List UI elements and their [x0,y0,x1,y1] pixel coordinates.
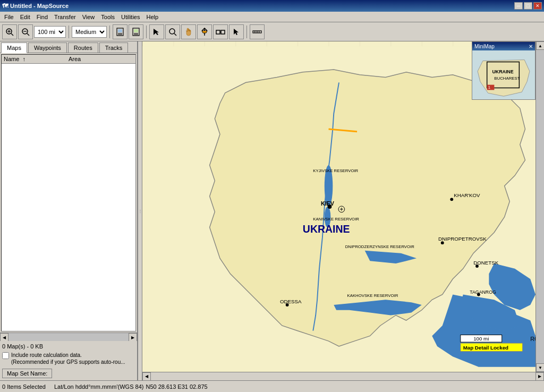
toolbar-separator-4 [246,25,247,38]
vscroll-track[interactable] [536,50,544,363]
svg-line-17 [174,33,176,36]
map-area[interactable]: UKRAINE KIEV KHAR'KOV DNIPROPETROVSK DON… [142,41,536,372]
svg-text:DNIPRODZERZYNSKE RESERVOIR: DNIPRODZERZYNSKE RESERVOIR [345,244,415,249]
minimap-titlebar: MiniMap ✕ [472,42,535,50]
scroll-up-button[interactable]: ▲ [536,41,544,50]
svg-text:RO...: RO... [530,336,536,342]
minimap: MiniMap ✕ UKRAINE BUCHAREST [472,41,536,100]
svg-point-33 [450,198,453,201]
checkbox-text: Include route calculation data.(Recommen… [11,352,125,365]
maximize-button[interactable]: □ [524,2,532,10]
svg-text:BUCHAREST: BUCHAREST [494,76,520,81]
panel-resize-handle[interactable]: ⋮ [138,41,142,380]
svg-text:KIEV: KIEV [321,200,335,207]
menu-transfer[interactable]: Transfer [51,13,79,21]
toolbar: 100 mi 50 mi 200 mi Medium Low High [0,22,544,41]
arrow-tool[interactable] [229,24,244,39]
svg-rect-20 [221,30,225,34]
coord-label: Lat/Lon hddd°mm.mmm'(WGS 84) [54,384,144,390]
svg-text:KANIVSKE RESERVOIR: KANIVSKE RESERVOIR [313,217,359,221]
svg-text:Map Detail Locked: Map Detail Locked [463,345,508,351]
titlebar: 🗺 Untitled - MapSource ─ □ ✕ [0,0,544,12]
svg-text:KAKHOVSKE RESERVOIR: KAKHOVSKE RESERVOIR [347,293,398,298]
tab-tracks[interactable]: Tracks [99,42,129,53]
minimize-button[interactable]: ─ [514,2,523,10]
minimap-content: UKRAINE BUCHAREST 1 [472,50,535,99]
scroll-left-button[interactable]: ◀ [0,333,8,342]
svg-text:KYJIVSKE RESERVOIR: KYJIVSKE RESERVOIR [313,168,358,173]
svg-rect-8 [118,29,122,32]
svg-line-5 [27,33,29,36]
svg-text:1: 1 [488,85,490,90]
map-bottom-scrollbar: ◀ ▶ [142,372,544,380]
window-controls: ─ □ ✕ [514,2,542,10]
receive-button[interactable] [129,24,143,39]
svg-text:TAGANROG: TAGANROG [470,289,496,295]
svg-text:ODESSA: ODESSA [280,299,302,304]
coordinate-status: Lat/Lon hddd°mm.mmm'(WGS 84) N50 28.613 … [54,384,208,390]
svg-marker-15 [154,29,159,35]
menu-find[interactable]: Find [33,13,51,21]
svg-rect-19 [216,30,220,34]
minimap-close-button[interactable]: ✕ [529,44,533,49]
app-icon: 🗺 [2,3,8,9]
menubar: File Edit Find Transfer View Tools Utili… [0,12,544,22]
list-header: Name ↑ Area [2,55,135,64]
selection-count: 0 Items Selected [2,384,46,390]
svg-text:DONETSK: DONETSK [473,260,498,266]
menu-edit[interactable]: Edit [17,13,33,21]
route-tool[interactable] [213,24,228,39]
include-route-label[interactable]: Include route calculation data.(Recommen… [2,352,135,365]
menu-tools[interactable]: Tools [98,13,118,21]
hand-tool[interactable] [181,24,196,39]
list-scrollbar: ◀ ▶ [0,333,137,341]
titlebar-title: 🗺 Untitled - MapSource [2,3,69,9]
tab-bar: Maps Waypoints Routes Tracks [0,41,137,53]
select-tool[interactable] [149,24,164,39]
svg-rect-12 [134,29,138,32]
svg-text:UKRAINE: UKRAINE [492,69,513,74]
tab-routes[interactable]: Routes [68,42,98,53]
bottom-controls: 0 Map(s) - 0 KB Include route calculatio… [0,341,137,380]
statusbar: 0 Items Selected Lat/Lon hddd°mm.mmm'(WG… [0,380,544,392]
find-tool[interactable] [165,24,180,39]
svg-text:UKRAINE: UKRAINE [303,223,350,235]
detail-select[interactable]: Medium Low High [72,26,107,38]
minimap-title: MiniMap [474,44,495,49]
scroll-right-button[interactable]: ▶ [129,333,137,342]
zoom-in-button[interactable] [2,24,17,39]
measure-tool[interactable] [250,24,265,39]
map-wrapper: UKRAINE KIEV KHAR'KOV DNIPROPETROVSK DON… [142,41,544,380]
svg-rect-22 [253,31,261,33]
send-button[interactable] [113,24,128,39]
col-name[interactable]: Name ↑ [4,56,69,62]
map-count: 0 Map(s) - 0 KB [2,343,135,350]
scroll-left-map-button[interactable]: ◀ [142,372,151,381]
menu-utilities[interactable]: Utilities [118,13,143,21]
map-set-name-button[interactable]: Map Set Name: [2,369,52,378]
scale-select[interactable]: 100 mi 50 mi 200 mi [34,26,66,38]
selection-status: 0 Items Selected [2,384,46,390]
waypoint-tool[interactable] [197,24,212,39]
menu-file[interactable]: File [1,13,17,21]
menu-view[interactable]: View [79,13,98,21]
svg-marker-18 [202,31,207,33]
zoom-out-button[interactable] [18,24,33,39]
col-area[interactable]: Area [69,56,133,62]
scroll-down-button[interactable]: ▼ [536,363,544,372]
svg-text:KHAR'KOV: KHAR'KOV [454,192,480,198]
scroll-right-map-button[interactable]: ▶ [536,372,544,381]
toolbar-separator-2 [109,25,110,38]
tab-maps[interactable]: Maps [1,42,27,53]
coord-value: N50 28.613 E31 02.875 [146,384,207,390]
tab-waypoints[interactable]: Waypoints [28,42,67,53]
toolbar-separator-1 [69,25,69,38]
svg-line-1 [11,33,13,36]
svg-text:DNIPROPETROVSK: DNIPROPETROVSK [438,236,487,242]
menu-help[interactable]: Help [143,13,162,21]
close-button[interactable]: ✕ [533,2,542,10]
scroll-track[interactable] [8,333,129,341]
include-route-checkbox[interactable] [2,352,9,359]
right-scrollbar: ▲ ▼ [536,41,544,372]
svg-text:100 mi: 100 mi [473,336,489,342]
